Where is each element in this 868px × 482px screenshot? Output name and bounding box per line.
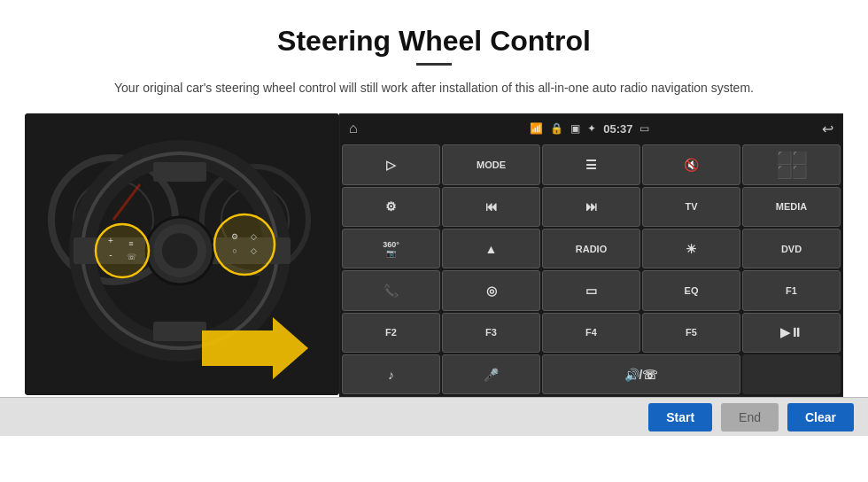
mode-btn[interactable]: MODE	[442, 144, 540, 184]
end-button[interactable]: End	[721, 403, 779, 431]
media-btn[interactable]: MEDIA	[742, 187, 841, 227]
nav-btn[interactable]: ▷	[342, 144, 440, 184]
playpause-btn[interactable]: ▶⏸	[742, 313, 841, 353]
svg-text:≡: ≡	[128, 239, 133, 248]
mic-btn[interactable]: 🎤	[442, 354, 540, 394]
f3-btn[interactable]: F3	[442, 313, 540, 353]
prev-btn[interactable]: ⏮	[442, 187, 540, 227]
svg-text:◇: ◇	[251, 232, 257, 241]
apps-btn[interactable]: ⬛⬛⬛⬛	[742, 144, 841, 184]
title-divider	[416, 63, 452, 66]
bt-icon: ✦	[587, 122, 596, 135]
main-content: + - ≡ ☏ ⚙ ◇ ○ ◇ ⌂ 📶 🔒 ▣ ✦ 0	[0, 113, 868, 397]
clock: 05:37	[603, 122, 632, 136]
phone-btn[interactable]: 📞	[342, 270, 440, 310]
menu-btn[interactable]: ☰	[542, 144, 640, 184]
svg-point-20	[214, 214, 275, 275]
eject-btn[interactable]: ▲	[442, 229, 540, 268]
music-btn[interactable]: ♪	[342, 354, 440, 394]
mute-btn[interactable]: 🔇	[642, 144, 740, 184]
svg-rect-9	[153, 322, 206, 341]
lock-icon: 🔒	[550, 122, 563, 135]
steering-wheel-image: + - ≡ ☏ ⚙ ◇ ○ ◇	[25, 113, 339, 395]
dvd-btn[interactable]: DVD	[742, 229, 841, 268]
screen-icon: ▭	[639, 122, 649, 135]
page-title: Steering Wheel Control	[0, 0, 868, 63]
clear-button[interactable]: Clear	[787, 403, 854, 431]
next-btn[interactable]: ⏭	[542, 187, 640, 227]
brightness-btn[interactable]: ☀	[642, 229, 740, 268]
subtitle: Your original car's steering wheel contr…	[0, 78, 868, 97]
svg-text:☏: ☏	[127, 253, 136, 261]
radio-btn[interactable]: RADIO	[542, 229, 640, 268]
svg-point-15	[96, 224, 149, 277]
svg-text:◇: ◇	[251, 246, 257, 255]
svg-rect-8	[153, 162, 206, 182]
sd-icon: ▣	[570, 122, 580, 135]
svg-text:+: +	[108, 236, 113, 245]
volume-call-btn[interactable]: 🔊/☏	[542, 354, 740, 394]
wifi-icon: 📶	[530, 122, 543, 135]
settings-btn[interactable]: ⚙	[342, 187, 440, 227]
internet-btn[interactable]: ◎	[442, 270, 540, 310]
eq-btn[interactable]: EQ	[642, 270, 740, 310]
start-button[interactable]: Start	[648, 403, 712, 431]
f5-btn[interactable]: F5	[642, 313, 740, 353]
cam360-btn[interactable]: 360°📷	[342, 229, 440, 268]
mirror-btn[interactable]: ▭	[542, 270, 640, 310]
status-bar: ⌂ 📶 🔒 ▣ ✦ 05:37 ▭ ↩	[340, 114, 842, 143]
svg-text:⚙: ⚙	[231, 232, 238, 241]
svg-text:-: -	[109, 250, 112, 260]
svg-point-14	[162, 233, 198, 268]
f4-btn[interactable]: F4	[542, 313, 640, 353]
tv-btn[interactable]: TV	[642, 187, 740, 227]
f1-btn[interactable]: F1	[742, 270, 841, 310]
button-grid: ▷ MODE ☰ 🔇 ⬛⬛⬛⬛ ⚙ ⏮ ⏭ TV MEDIA 360°📷 ▲ R…	[340, 143, 842, 396]
back-icon[interactable]: ↩	[822, 120, 833, 137]
bottom-toolbar: Start End Clear	[0, 397, 868, 436]
home-icon[interactable]: ⌂	[349, 120, 358, 136]
control-panel: ⌂ 📶 🔒 ▣ ✦ 05:37 ▭ ↩ ▷ MODE ☰ 🔇 ⬛⬛⬛⬛ ⚙ ⏮ …	[339, 113, 843, 397]
status-icons: 📶 🔒 ▣ ✦ 05:37 ▭	[530, 122, 649, 136]
empty-btn	[742, 354, 841, 394]
svg-text:○: ○	[232, 246, 236, 255]
f2-btn[interactable]: F2	[342, 313, 440, 353]
